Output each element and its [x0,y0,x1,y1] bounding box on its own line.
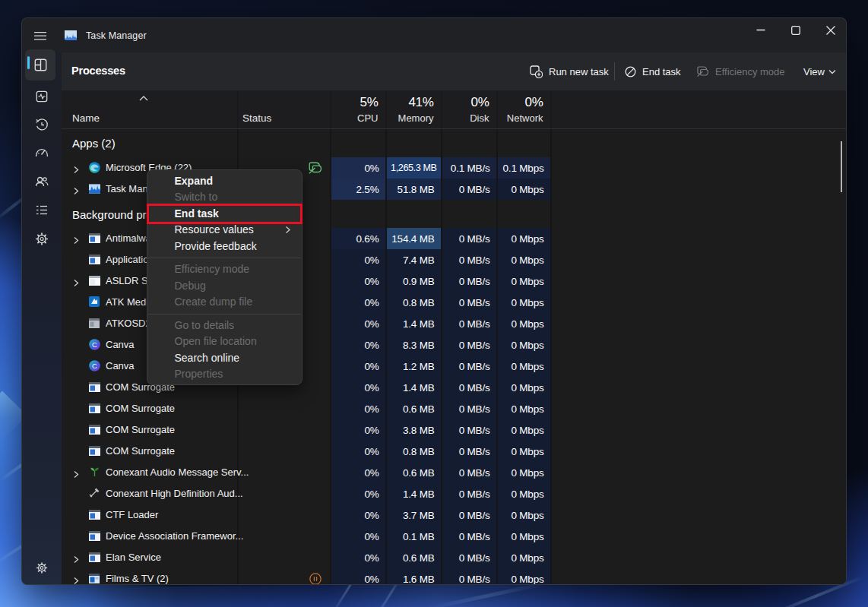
svg-text:C: C [92,340,97,349]
svg-text:C: C [92,362,97,370]
